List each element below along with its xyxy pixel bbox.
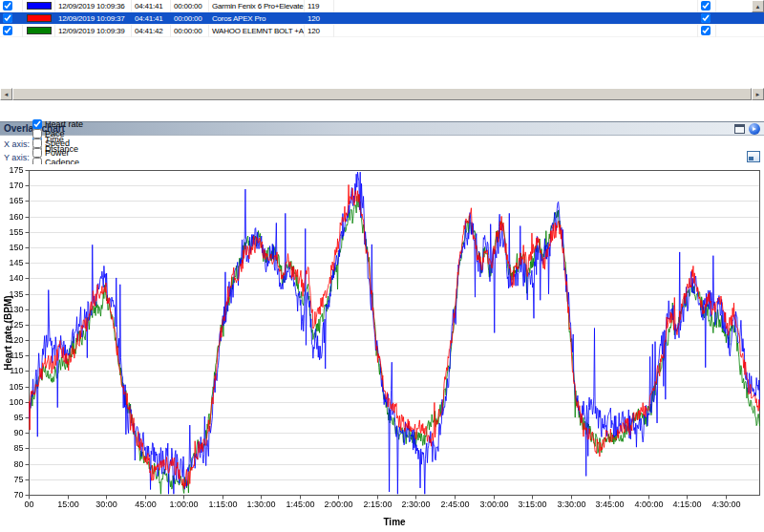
collapse-panel-icon[interactable] xyxy=(734,124,745,134)
overlay-chart-canvas[interactable] xyxy=(0,164,764,532)
scroll-up-button[interactable]: ▲ xyxy=(752,0,764,12)
row-heart-rate: 120 xyxy=(305,12,334,25)
row-datetime: 12/09/2019 10:09:37 xyxy=(55,12,132,25)
x-axis-controls: X axis: TimeDistance xyxy=(0,138,764,151)
row-offset: 00:00:00 xyxy=(171,12,209,25)
row-offset: 00:00:00 xyxy=(171,0,209,12)
row-device-name: WAHOO ELEMNT BOLT +ASSIOMA+H10 xyxy=(209,25,305,37)
row-duration: 04:41:41 xyxy=(132,0,171,12)
left-arrow-icon: ◄ xyxy=(4,92,10,97)
row-visible-checkbox[interactable] xyxy=(3,1,12,11)
row-heart-rate: 119 xyxy=(305,0,334,12)
table-row[interactable]: 12/09/2019 10:09:3704:41:4100:00:00Coros… xyxy=(0,12,764,25)
y-axis-checkbox-speed[interactable] xyxy=(32,138,42,148)
row-visible-checkbox[interactable] xyxy=(3,26,12,35)
series-color-swatch xyxy=(27,27,52,34)
row-duration: 04:41:42 xyxy=(132,25,171,37)
y-axis-option-label: Power xyxy=(45,148,70,158)
y-axis-option-power: Power xyxy=(32,148,83,158)
y-axis-option-label: Pace xyxy=(45,129,65,138)
y-axis-controls: Y axis: Heart ratePaceSpeedPowerCadenceE… xyxy=(0,151,764,164)
row-device-name: Coros APEX Pro xyxy=(209,12,305,25)
row-device-name: Garmin Fenix 6 Pro+Elevate+GPS xyxy=(209,0,305,12)
y-axis-checkbox-power[interactable] xyxy=(32,148,42,158)
row-secondary-checkbox[interactable] xyxy=(701,13,711,23)
save-chart-image-icon[interactable] xyxy=(747,151,760,162)
row-offset: 00:00:00 xyxy=(171,25,209,37)
row-secondary-checkbox[interactable] xyxy=(701,26,711,35)
y-axis-label: Y axis: xyxy=(0,153,32,162)
y-axis-checkbox-heart-rate[interactable] xyxy=(32,119,42,129)
y-axis-option-pace: Pace xyxy=(32,129,83,138)
row-duration: 04:41:41 xyxy=(132,12,171,25)
y-axis-option-label: Heart rate xyxy=(45,119,83,129)
y-axis-option-speed: Speed xyxy=(32,138,83,148)
row-visible-checkbox[interactable] xyxy=(3,13,12,23)
detach-window-icon[interactable] xyxy=(749,123,760,135)
series-color-swatch xyxy=(27,14,52,22)
overlay-chart-header: Overlay chart xyxy=(0,121,764,136)
horizontal-scrollbar[interactable]: ◄ ► xyxy=(0,88,764,100)
scrollbar-thumb[interactable] xyxy=(12,88,752,100)
y-axis-checkbox-pace[interactable] xyxy=(32,129,42,138)
y-axis-option-heart-rate: Heart rate xyxy=(32,119,83,129)
up-arrow-icon: ▲ xyxy=(755,4,761,10)
y-axis-option-label: Speed xyxy=(45,138,70,148)
series-color-swatch xyxy=(27,2,52,10)
overlay-chart-title: Overlay chart xyxy=(0,123,734,134)
scroll-right-button[interactable]: ► xyxy=(752,88,764,100)
right-arrow-icon: ► xyxy=(755,92,761,97)
x-axis-label: X axis: xyxy=(0,139,32,149)
row-heart-rate: 120 xyxy=(305,25,334,37)
row-datetime: 12/09/2019 10:09:39 xyxy=(55,25,132,37)
table-row[interactable]: 12/09/2019 10:09:3604:41:4100:00:00Garmi… xyxy=(0,0,764,12)
scroll-left-button[interactable]: ◄ xyxy=(0,88,12,100)
table-row[interactable]: 12/09/2019 10:09:3904:41:4200:00:00WAHOO… xyxy=(0,25,764,37)
row-datetime: 12/09/2019 10:09:36 xyxy=(55,0,132,12)
row-secondary-checkbox[interactable] xyxy=(701,1,711,11)
activity-table: 12/09/2019 10:09:3604:41:4100:00:00Garmi… xyxy=(0,0,764,37)
